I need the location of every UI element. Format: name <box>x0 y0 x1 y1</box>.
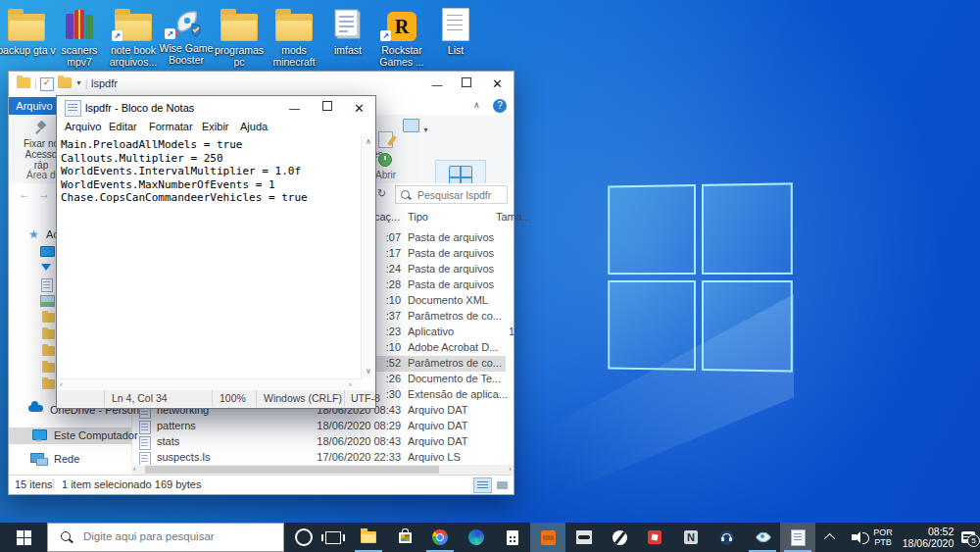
explorer-window-title: lspdfr <box>91 77 118 89</box>
tray-volume[interactable] <box>841 523 866 552</box>
forward-icon[interactable]: → <box>38 187 50 201</box>
refresh-icon[interactable]: ↻ <box>377 187 386 200</box>
menu-exibir[interactable]: Exibir <box>202 121 229 132</box>
thumbnails-view-button[interactable] <box>493 477 512 493</box>
task-view-icon <box>325 531 341 544</box>
quick-access-properties-icon[interactable] <box>40 77 54 93</box>
items-count: 15 itens <box>15 478 53 490</box>
details-view-button[interactable] <box>473 477 492 493</box>
text-line: Main.PreloadAllModels = true <box>61 138 242 151</box>
notepad-titlebar[interactable]: lspdfr - Bloco de Notas — ✕ <box>57 96 375 121</box>
taskbar-app-nexus[interactable]: N <box>673 523 709 552</box>
scroll-left-icon[interactable]: ‹ <box>133 465 136 475</box>
column-header-type[interactable]: Tipo <box>408 211 428 223</box>
taskbar-app-orange[interactable] <box>530 523 565 552</box>
explorer-close-button[interactable]: ✕ <box>481 72 514 97</box>
menu-formatar[interactable]: Formatar <box>149 121 193 132</box>
desktop-icon-imfast[interactable]: imfast <box>318 6 377 56</box>
help-icon[interactable]: ? <box>493 99 507 113</box>
scrollbar-thumb[interactable] <box>145 466 439 474</box>
desktop-wallpaper: backup gta v scaners mpv7 ↗ note book ar… <box>0 0 980 552</box>
edit-icon[interactable] <box>378 131 393 152</box>
sidebar-item-network[interactable]: Rede <box>9 451 131 468</box>
back-icon[interactable]: ← <box>19 187 30 201</box>
taskbar-app-edge[interactable] <box>459 523 494 552</box>
windows-start-icon <box>17 530 31 545</box>
scroll-up-icon[interactable]: ∧ <box>366 137 371 147</box>
explorer-titlebar[interactable]: | ▼ | lspdfr — ✕ <box>9 72 514 97</box>
taskbar-app-notepad[interactable] <box>780 523 815 552</box>
explorer-horizontal-scrollbar[interactable]: ‹ › <box>131 465 514 475</box>
notification-badge: 5 <box>967 534 980 547</box>
desktop-icon-wise-game-booster[interactable]: ↗ Wise Game Booster <box>157 4 216 66</box>
qat-dropdown-icon[interactable]: ▼ <box>75 79 82 86</box>
file-row[interactable]: patterns18/06/2020 08:29Arquivo DAT <box>131 419 506 434</box>
ribbon-collapse-icon[interactable]: ∧ <box>473 100 480 110</box>
rocket-icon: ↗ <box>157 4 216 39</box>
menu-ajuda[interactable]: Ajuda <box>240 121 268 132</box>
history-icon[interactable] <box>378 153 392 171</box>
notepad-window-title: lspdfr - Bloco de Notas <box>85 102 194 114</box>
desktop-icon-scaners-mpv7[interactable]: scaners mpv7 <box>50 6 109 68</box>
windows-logo-wallpaper <box>608 182 795 374</box>
logo-pane <box>702 182 793 275</box>
task-view-button[interactable] <box>316 523 351 552</box>
onedrive-cloud-icon <box>28 401 43 414</box>
notepad-minimize-button[interactable]: — <box>278 96 311 121</box>
taskbar-app-file-explorer[interactable] <box>351 523 386 552</box>
desktop-icon-mods-minecraft[interactable]: mods minecraft <box>265 6 323 68</box>
desktop-icon-rockstar-games[interactable]: R ↗ Rockstar Games ... <box>372 6 431 68</box>
microsoft-store-icon <box>399 532 412 543</box>
taskbar-app-xbox[interactable] <box>602 523 637 552</box>
taskbar-app-racing-game[interactable] <box>566 523 602 552</box>
quick-access-folder-icon[interactable] <box>17 77 30 90</box>
shortcut-arrow-icon: ↗ <box>112 30 122 41</box>
quick-access-newfolder-icon[interactable] <box>58 77 72 90</box>
document-icon <box>41 278 53 294</box>
taskbar-app-roblox[interactable] <box>637 523 672 552</box>
notepad-window: lspdfr - Bloco de Notas — ✕ Arquivo Edit… <box>56 95 376 409</box>
scroll-right-icon[interactable]: › <box>509 465 512 475</box>
taskbar-app-chrome[interactable] <box>422 523 458 552</box>
notepad-vertical-scrollbar[interactable]: ∧ ∨ <box>361 135 375 378</box>
logo-pane <box>702 280 793 373</box>
scroll-down-icon[interactable]: ∨ <box>366 367 371 376</box>
column-header-size[interactable]: Tama... <box>496 211 531 223</box>
taskbar-app-headset[interactable] <box>709 523 744 552</box>
start-button[interactable] <box>0 523 47 552</box>
desktop-icon-note-book-arquivos[interactable]: ↗ note book arquivos... <box>104 6 163 68</box>
notepad-text-area[interactable]: Main.PreloadAllModels = true Callouts.Mu… <box>57 135 361 378</box>
desktop-icon-list[interactable]: List <box>426 6 485 56</box>
taskbar-app-calculator[interactable] <box>495 523 530 552</box>
tab-arquivo[interactable]: Arquivo <box>9 97 60 115</box>
calculator-icon <box>507 530 518 545</box>
notepad-close-button[interactable]: ✕ <box>343 96 375 121</box>
tray-language[interactable]: PORPTB <box>868 523 898 552</box>
tray-time: 08:52 <box>903 526 955 537</box>
scroll-left-icon[interactable]: ‹ <box>60 380 63 390</box>
desktop-icon-backup-gta-v[interactable]: backup gta v <box>0 6 56 56</box>
taskbar-search-input[interactable] <box>81 529 271 543</box>
taskbar: N PORPTB 08:5218/06/2020 5 <box>0 523 980 552</box>
selection-status: 1 item selecionado 169 bytes <box>62 478 201 490</box>
file-row[interactable]: stats18/06/2020 08:43Arquivo DAT <box>131 434 506 450</box>
explorer-search-input[interactable] <box>395 185 508 204</box>
action-center-button[interactable]: 5 <box>956 523 980 552</box>
taskbar-app-wise-game-booster[interactable] <box>745 523 780 552</box>
taskbar-search[interactable] <box>47 523 284 552</box>
explorer-maximize-button[interactable] <box>452 72 481 97</box>
pin-icon <box>34 121 48 134</box>
file-row[interactable]: suspects.ls17/06/2020 22:33Arquivo LS <box>131 450 506 466</box>
open-dropdown-icon[interactable]: ▾ <box>403 119 427 136</box>
explorer-minimize-button[interactable]: — <box>422 72 452 97</box>
tray-show-hidden-icons[interactable] <box>821 523 841 552</box>
desktop-icon-programas-pc[interactable]: programas pc <box>210 6 269 68</box>
sidebar-item-this-pc[interactable]: Este Computador <box>9 427 131 444</box>
nexus-mods-icon: N <box>684 530 698 544</box>
menu-editar[interactable]: Editar <box>109 121 137 132</box>
taskbar-app-store[interactable] <box>387 523 422 552</box>
notepad-maximize-button[interactable] <box>311 96 343 121</box>
menu-arquivo[interactable]: Arquivo <box>65 121 101 132</box>
scroll-right-icon[interactable]: › <box>349 380 352 390</box>
tray-clock[interactable]: 08:5218/06/2020 <box>898 523 958 552</box>
